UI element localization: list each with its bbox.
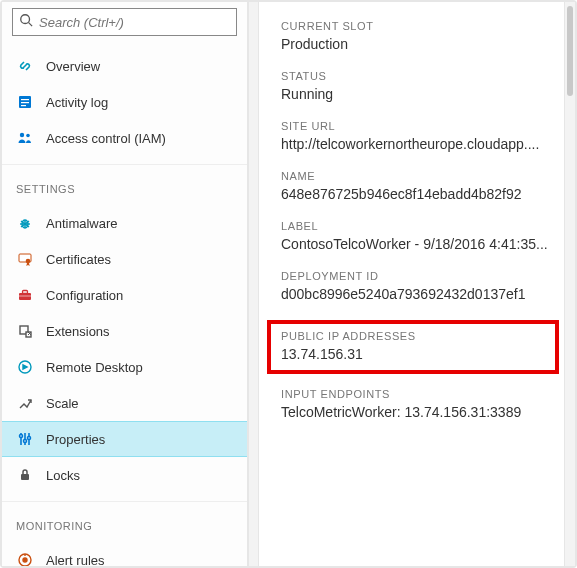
nav-configuration[interactable]: Configuration [2,277,247,313]
svg-point-24 [20,435,23,438]
lock-icon [16,466,34,484]
nav-label: Activity log [46,95,108,110]
remote-desktop-icon [16,358,34,376]
nav-scale[interactable]: Scale [2,385,247,421]
nav-remote-desktop[interactable]: Remote Desktop [2,349,247,385]
field-label: STATUS [281,70,553,82]
section-header-settings: SETTINGS [2,169,247,201]
svg-rect-3 [21,99,29,100]
nav-label: Certificates [46,252,111,267]
app-frame: Overview Activity log Access control (IA… [0,0,577,568]
svg-rect-16 [23,291,28,294]
svg-rect-4 [21,102,29,103]
sliders-icon [16,430,34,448]
field-public-ip: PUBLIC IP ADDRESSES 13.74.156.31 [281,330,545,362]
pane-gutter[interactable] [248,2,259,566]
svg-point-26 [28,437,31,440]
field-value: TelcoMetricWorker: 13.74.156.31:3389 [281,404,553,420]
nav-certificates[interactable]: Certificates [2,241,247,277]
bug-icon [16,214,34,232]
nav-alert-rules[interactable]: Alert rules [2,542,247,566]
search-input[interactable] [33,14,230,31]
field-label: CURRENT SLOT [281,20,553,32]
field-value: 13.74.156.31 [281,346,545,362]
svg-point-29 [23,558,27,562]
field-value: d00bc8996e5240a793692432d0137ef1 [281,286,553,302]
nav-label: Properties [46,432,105,447]
scrollbar[interactable] [564,2,575,566]
nav-monitoring-list: Alert rules [2,538,247,566]
log-icon [16,93,34,111]
field-label: SITE URL [281,120,553,132]
nav-label: Antimalware [46,216,118,231]
svg-point-0 [21,15,30,24]
nav-access-control[interactable]: Access control (IAM) [2,120,247,156]
people-icon [16,129,34,147]
highlighted-public-ip: PUBLIC IP ADDRESSES 13.74.156.31 [267,320,559,374]
field-value: 648e876725b946ec8f14ebadd4b82f92 [281,186,553,202]
svg-rect-17 [19,296,31,297]
alert-icon [16,551,34,566]
field-label: DEPLOYMENT ID [281,270,553,282]
nav-overview[interactable]: Overview [2,48,247,84]
field-label: NAME [281,170,553,182]
svg-point-14 [26,259,31,264]
nav-label: Locks [46,468,80,483]
nav-label: Access control (IAM) [46,131,166,146]
field-value: ContosoTelcoWorker - 9/18/2016 4:41:35..… [281,236,553,252]
field-label: INPUT ENDPOINTS [281,388,553,400]
field-deployment-id: DEPLOYMENT ID d00bc8996e5240a793692432d0… [281,270,553,302]
svg-point-6 [20,133,24,137]
nav-locks[interactable]: Locks [2,457,247,493]
toolbox-icon [16,286,34,304]
divider [2,501,247,502]
nav-activity-log[interactable]: Activity log [2,84,247,120]
divider [2,164,247,165]
search-box[interactable] [12,8,237,36]
nav-label: Scale [46,396,79,411]
field-current-slot: CURRENT SLOT Production [281,20,553,52]
nav-antimalware[interactable]: Antimalware [2,205,247,241]
sidebar: Overview Activity log Access control (IA… [2,2,248,566]
nav-label: Alert rules [46,553,105,567]
search-container [2,2,247,44]
field-label-field: LABEL ContosoTelcoWorker - 9/18/2016 4:4… [281,220,553,252]
search-icon [19,13,33,31]
nav-properties[interactable]: Properties [2,421,247,457]
svg-rect-5 [21,105,26,106]
field-label: PUBLIC IP ADDRESSES [281,330,545,342]
nav-label: Overview [46,59,100,74]
field-input-endpoints: INPUT ENDPOINTS TelcoMetricWorker: 13.74… [281,388,553,420]
details-pane: CURRENT SLOT Production STATUS Running S… [259,2,575,566]
field-value[interactable]: http://telcoworkernortheurope.cloudapp..… [281,136,553,152]
field-value: Running [281,86,553,102]
field-label: LABEL [281,220,553,232]
field-name: NAME 648e876725b946ec8f14ebadd4b82f92 [281,170,553,202]
svg-rect-27 [21,474,29,480]
field-value: Production [281,36,553,52]
svg-line-1 [29,23,33,27]
field-site-url: SITE URL http://telcoworkernortheurope.c… [281,120,553,152]
svg-point-7 [26,134,30,138]
nav-top-list: Overview Activity log Access control (IA… [2,44,247,160]
scale-icon [16,394,34,412]
svg-point-25 [24,440,27,443]
nav-label: Extensions [46,324,110,339]
certificate-icon [16,250,34,268]
extension-icon [16,322,34,340]
field-status: STATUS Running [281,70,553,102]
nav-label: Remote Desktop [46,360,143,375]
link-icon [16,57,34,75]
nav-extensions[interactable]: Extensions [2,313,247,349]
section-header-monitoring: MONITORING [2,506,247,538]
nav-label: Configuration [46,288,123,303]
nav-settings-list: Antimalware Certificates Configuration [2,201,247,497]
